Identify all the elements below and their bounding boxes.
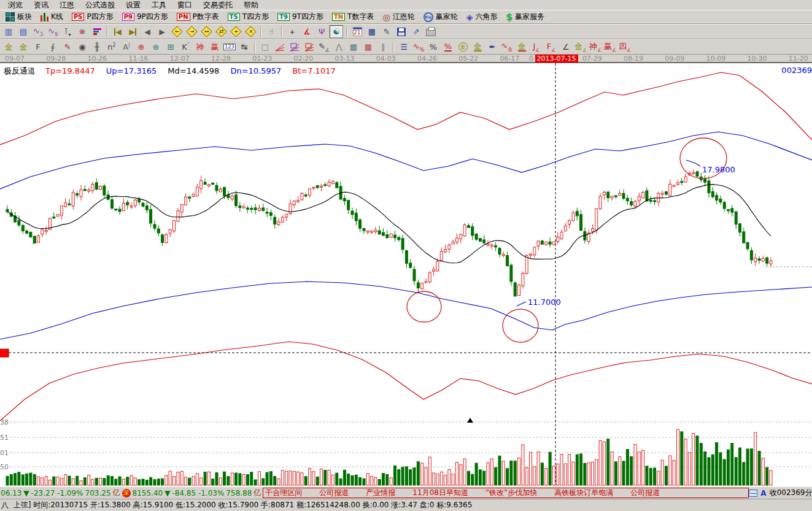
web-icon[interactable]: ⊛	[149, 40, 163, 53]
gann-gold-b-icon[interactable]: 金	[17, 40, 30, 53]
gann-gold-a-icon[interactable]: 金	[2, 40, 15, 53]
grid-blue-icon[interactable]: ▦	[347, 40, 360, 53]
menu-item-3[interactable]: 公式选股	[80, 0, 120, 11]
spiral-icon[interactable]: ∮	[46, 40, 60, 53]
winner-service-button[interactable]: $赢家服务	[501, 10, 548, 23]
histogram-icon[interactable]	[90, 25, 104, 38]
nav-last-icon[interactable]: ▶	[126, 25, 139, 38]
ying-tool-icon[interactable]: 赢	[208, 40, 222, 53]
gold-underline-icon[interactable]: 金	[471, 40, 484, 53]
circle-cross-icon[interactable]: ⊕	[134, 40, 148, 53]
compress-icon[interactable]: ⇄	[214, 25, 228, 38]
menu-item-1[interactable]: 资讯	[28, 0, 54, 11]
nav-prev-icon[interactable]: ◀	[141, 25, 154, 38]
shift-right-icon[interactable]: →	[185, 25, 198, 38]
gold-redline-icon[interactable]: 金	[515, 40, 528, 53]
width-measure-icon[interactable]: ↹	[238, 40, 251, 53]
nav-next-icon[interactable]: ▶	[155, 25, 169, 38]
expand-icon[interactable]: +	[229, 25, 242, 38]
mirror-icon[interactable]: A|	[120, 40, 133, 53]
news-headline[interactable]: 干合理区间	[265, 488, 302, 498]
crosshair-icon[interactable]: ＋	[285, 25, 299, 38]
gold-angle-icon[interactable]: 金∠	[574, 40, 587, 53]
t-number-button[interactable]: TNT数字表	[328, 10, 379, 23]
percent-wave-icon[interactable]: ∿%	[412, 40, 425, 53]
menu-item-4[interactable]: 设置	[120, 0, 146, 11]
menu-item-7[interactable]: 交易委托	[198, 0, 238, 11]
menu-item-5[interactable]: 工具	[146, 0, 172, 11]
shen-angle-icon[interactable]: 神∠	[589, 40, 602, 53]
gann-tool-icon[interactable]: Ψ	[315, 25, 328, 38]
pattern-icon[interactable]: ※	[75, 25, 89, 38]
gold-circle-icon[interactable]: 金	[456, 40, 470, 53]
font-icon[interactable]: A	[760, 489, 766, 498]
gann-wheel-button[interactable]: ◎江恩轮	[378, 10, 419, 23]
save-icon[interactable]	[395, 25, 408, 38]
chart-area[interactable]: 3851015017.980011.7000 极反通道Tp=19.8447Up=…	[0, 63, 812, 486]
box-select-icon[interactable]: □	[258, 40, 272, 53]
period-chart-icon[interactable]: ▥	[2, 25, 15, 38]
hand-tool-icon[interactable]: ☝	[265, 25, 278, 38]
news-headline[interactable]: 公司报道	[319, 488, 349, 498]
notes-icon[interactable]: ✎	[380, 25, 393, 38]
wave-9-icon[interactable]: ∿9	[46, 25, 60, 38]
price-ladder-icon[interactable]: ☰	[397, 40, 411, 53]
candle-style-icon[interactable]: ⊺▾	[61, 25, 74, 38]
n2-icon[interactable]: n2	[105, 40, 118, 53]
menu-item-2[interactable]: 江恩	[54, 0, 80, 11]
split-pane-icon[interactable]	[749, 490, 757, 497]
parallel-icon[interactable]: ∥	[376, 40, 390, 53]
calendar-icon[interactable]: 21	[350, 25, 364, 38]
shift-left-icon[interactable]: ←	[170, 25, 184, 38]
percent-icon[interactable]: %	[427, 40, 440, 53]
j-angle-icon[interactable]: J∠	[530, 40, 543, 53]
t-square-button[interactable]: TST四方形	[223, 10, 273, 23]
ying-angle-icon[interactable]: 赢∠	[603, 40, 617, 53]
sector-button[interactable]: 板块	[1, 10, 36, 23]
grid-target-icon[interactable]: ⊞	[164, 40, 177, 53]
zigzag-icon[interactable]: ⋀	[332, 40, 346, 53]
news-headline[interactable]: 产业情报	[366, 488, 395, 498]
p-number-button[interactable]: PNP数字表	[172, 10, 223, 23]
trend-pencil-icon[interactable]: ✎∠	[317, 40, 331, 53]
ink-brush-icon[interactable]: ✒	[485, 40, 499, 53]
menu-item-6[interactable]: 窗口	[172, 0, 198, 11]
full-view-icon[interactable]: ×	[244, 25, 257, 38]
si-angle-icon[interactable]: 四∠	[618, 40, 632, 53]
k-wave-icon[interactable]: K″	[179, 40, 192, 53]
circle-ruler-icon[interactable]: ◉	[75, 40, 89, 53]
brain-icon[interactable]: ☯	[330, 25, 343, 38]
export-icon[interactable]: ⇗	[409, 25, 423, 38]
menu-item-8[interactable]: 帮助	[238, 0, 264, 11]
wave-3-icon[interactable]: ∿3	[31, 25, 45, 38]
news-headline[interactable]: 11月08日早知道	[412, 488, 468, 498]
chart-canvas[interactable]: 3851015017.980011.7000	[0, 63, 812, 486]
t9-square-button[interactable]: T99T四方形	[273, 10, 328, 23]
winner-wheel-button[interactable]: Big赢家轮	[419, 10, 462, 23]
kline-button[interactable]: K线	[36, 10, 68, 23]
menu-item-0[interactable]: 浏览	[2, 0, 28, 11]
f10-info-icon[interactable]: ▤	[17, 25, 30, 38]
hexagon-button[interactable]: ◈六角形	[462, 10, 502, 23]
wave-gold-icon[interactable]: ∿金	[500, 40, 514, 53]
angle-icon[interactable]: ∠	[559, 40, 573, 53]
percent-line-icon[interactable]: %	[441, 40, 455, 53]
news-headline[interactable]: “铁改”步伐加快	[485, 488, 537, 498]
angle-measure-icon[interactable]: ∡	[300, 25, 314, 38]
speed-fan-icon[interactable]	[273, 40, 287, 53]
print-icon[interactable]	[424, 25, 438, 38]
grid-red-icon[interactable]: ▦	[362, 40, 375, 53]
fib-ruler-icon[interactable]: F	[31, 40, 45, 53]
hammer-icon[interactable]: ✎	[61, 40, 74, 53]
p-square-button[interactable]: PSP四方形	[68, 10, 118, 23]
fan-box-icon[interactable]	[288, 40, 301, 53]
shen-tool-icon[interactable]: 神	[193, 40, 207, 53]
news-headline[interactable]: 高铁板块订单饱满	[554, 488, 613, 498]
ruler-123-icon[interactable]: 123	[223, 40, 236, 53]
comb-icon[interactable]: ╫	[90, 40, 104, 53]
nav-first-icon[interactable]: ◀	[111, 25, 125, 38]
news-headline[interactable]: 公司报道	[630, 488, 660, 498]
calculator-icon[interactable]: ▦	[365, 25, 379, 38]
f-angle-icon[interactable]: F∠	[544, 40, 558, 53]
zoom-h-icon[interactable]: ↔	[199, 25, 213, 38]
